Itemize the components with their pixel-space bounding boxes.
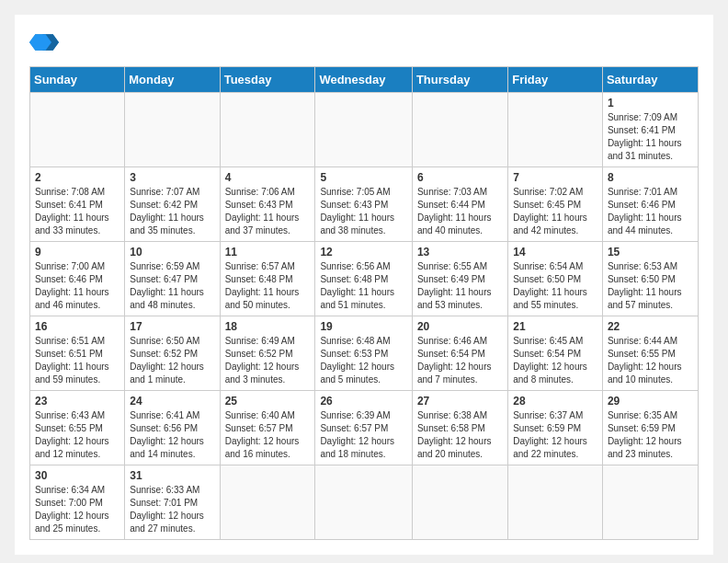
calendar-cell: 21Sunrise: 6:45 AM Sunset: 6:54 PM Dayli… xyxy=(508,316,603,391)
day-info: Sunrise: 7:07 AM Sunset: 6:42 PM Dayligh… xyxy=(130,186,214,237)
day-number: 8 xyxy=(608,171,693,184)
day-info: Sunrise: 6:37 AM Sunset: 6:59 PM Dayligh… xyxy=(513,409,597,461)
calendar-cell xyxy=(220,465,315,540)
week-row-5: 30Sunrise: 6:34 AM Sunset: 7:00 PM Dayli… xyxy=(30,465,699,540)
day-info: Sunrise: 6:45 AM Sunset: 6:54 PM Dayligh… xyxy=(513,335,597,386)
calendar-cell: 31Sunrise: 6:33 AM Sunset: 7:01 PM Dayli… xyxy=(125,465,220,540)
day-info: Sunrise: 6:38 AM Sunset: 6:58 PM Dayligh… xyxy=(417,409,503,461)
calendar-cell: 8Sunrise: 7:01 AM Sunset: 6:46 PM Daylig… xyxy=(602,167,698,242)
day-number: 23 xyxy=(35,395,119,408)
day-info: Sunrise: 6:54 AM Sunset: 6:50 PM Dayligh… xyxy=(513,260,597,312)
day-number: 19 xyxy=(320,320,407,333)
calendar-cell: 18Sunrise: 6:49 AM Sunset: 6:52 PM Dayli… xyxy=(220,316,315,391)
calendar-cell: 28Sunrise: 6:37 AM Sunset: 6:59 PM Dayli… xyxy=(508,391,603,465)
day-info: Sunrise: 6:55 AM Sunset: 6:49 PM Dayligh… xyxy=(417,260,503,312)
day-number: 14 xyxy=(513,246,597,259)
calendar-cell xyxy=(315,465,413,540)
calendar-cell: 26Sunrise: 6:39 AM Sunset: 6:57 PM Dayli… xyxy=(315,391,413,465)
calendar-cell: 16Sunrise: 6:51 AM Sunset: 6:51 PM Dayli… xyxy=(30,316,125,391)
day-info: Sunrise: 7:06 AM Sunset: 6:43 PM Dayligh… xyxy=(225,186,311,237)
calendar-header: SundayMondayTuesdayWednesdayThursdayFrid… xyxy=(30,67,699,93)
logo xyxy=(29,29,64,55)
day-info: Sunrise: 7:01 AM Sunset: 6:46 PM Dayligh… xyxy=(608,186,693,237)
day-info: Sunrise: 7:09 AM Sunset: 6:41 PM Dayligh… xyxy=(608,111,693,163)
day-number: 1 xyxy=(608,97,693,109)
day-number: 12 xyxy=(320,246,407,259)
calendar-cell: 7Sunrise: 7:02 AM Sunset: 6:45 PM Daylig… xyxy=(508,167,603,242)
day-number: 26 xyxy=(320,395,407,408)
calendar-cell: 1Sunrise: 7:09 AM Sunset: 6:41 PM Daylig… xyxy=(602,93,698,167)
day-info: Sunrise: 6:50 AM Sunset: 6:52 PM Dayligh… xyxy=(130,335,214,386)
calendar-cell: 29Sunrise: 6:35 AM Sunset: 6:59 PM Dayli… xyxy=(602,391,698,465)
day-info: Sunrise: 6:40 AM Sunset: 6:57 PM Dayligh… xyxy=(225,409,311,461)
day-number: 11 xyxy=(225,246,311,259)
day-number: 6 xyxy=(417,171,503,184)
weekday-header-wednesday: Wednesday xyxy=(315,67,413,93)
calendar-cell: 24Sunrise: 6:41 AM Sunset: 6:56 PM Dayli… xyxy=(125,391,220,465)
day-info: Sunrise: 7:02 AM Sunset: 6:45 PM Dayligh… xyxy=(513,186,597,237)
calendar-cell: 14Sunrise: 6:54 AM Sunset: 6:50 PM Dayli… xyxy=(508,242,603,316)
calendar-cell: 25Sunrise: 6:40 AM Sunset: 6:57 PM Dayli… xyxy=(220,391,315,465)
calendar-cell: 6Sunrise: 7:03 AM Sunset: 6:44 PM Daylig… xyxy=(412,167,507,242)
day-number: 16 xyxy=(35,320,119,333)
calendar-cell xyxy=(220,93,315,167)
calendar-cell: 11Sunrise: 6:57 AM Sunset: 6:48 PM Dayli… xyxy=(220,242,315,316)
weekday-header-tuesday: Tuesday xyxy=(220,67,315,93)
day-info: Sunrise: 6:41 AM Sunset: 6:56 PM Dayligh… xyxy=(130,409,214,461)
day-number: 29 xyxy=(608,395,693,408)
day-number: 28 xyxy=(513,395,597,408)
calendar-cell: 5Sunrise: 7:05 AM Sunset: 6:43 PM Daylig… xyxy=(315,167,413,242)
day-info: Sunrise: 6:48 AM Sunset: 6:53 PM Dayligh… xyxy=(320,335,407,386)
calendar-table: SundayMondayTuesdayWednesdayThursdayFrid… xyxy=(29,66,699,540)
day-number: 5 xyxy=(320,171,407,184)
calendar-cell xyxy=(315,93,413,167)
calendar-cell xyxy=(125,93,220,167)
logo-icon xyxy=(29,29,59,55)
day-info: Sunrise: 6:57 AM Sunset: 6:48 PM Dayligh… xyxy=(225,260,311,312)
weekday-header-saturday: Saturday xyxy=(602,67,698,93)
day-info: Sunrise: 6:53 AM Sunset: 6:50 PM Dayligh… xyxy=(608,260,693,312)
weekday-header-thursday: Thursday xyxy=(412,67,507,93)
calendar-cell: 4Sunrise: 7:06 AM Sunset: 6:43 PM Daylig… xyxy=(220,167,315,242)
week-row-4: 23Sunrise: 6:43 AM Sunset: 6:55 PM Dayli… xyxy=(30,391,699,465)
day-number: 25 xyxy=(225,395,311,408)
day-number: 27 xyxy=(417,395,503,408)
day-info: Sunrise: 6:46 AM Sunset: 6:54 PM Dayligh… xyxy=(417,335,503,386)
day-number: 22 xyxy=(608,320,693,333)
calendar-container: SundayMondayTuesdayWednesdayThursdayFrid… xyxy=(15,15,713,555)
day-number: 3 xyxy=(130,171,214,184)
week-row-3: 16Sunrise: 6:51 AM Sunset: 6:51 PM Dayli… xyxy=(30,316,699,391)
day-info: Sunrise: 7:00 AM Sunset: 6:46 PM Dayligh… xyxy=(35,260,119,312)
calendar-cell: 17Sunrise: 6:50 AM Sunset: 6:52 PM Dayli… xyxy=(125,316,220,391)
weekday-row: SundayMondayTuesdayWednesdayThursdayFrid… xyxy=(30,67,699,93)
calendar-cell xyxy=(508,465,603,540)
calendar-cell xyxy=(30,93,125,167)
calendar-cell xyxy=(508,93,603,167)
day-number: 2 xyxy=(35,171,119,184)
day-info: Sunrise: 6:56 AM Sunset: 6:48 PM Dayligh… xyxy=(320,260,407,312)
calendar-cell: 13Sunrise: 6:55 AM Sunset: 6:49 PM Dayli… xyxy=(412,242,507,316)
header xyxy=(29,29,699,55)
weekday-header-sunday: Sunday xyxy=(30,67,125,93)
day-info: Sunrise: 6:51 AM Sunset: 6:51 PM Dayligh… xyxy=(35,335,119,386)
day-info: Sunrise: 6:44 AM Sunset: 6:55 PM Dayligh… xyxy=(608,335,693,386)
day-info: Sunrise: 7:08 AM Sunset: 6:41 PM Dayligh… xyxy=(35,186,119,237)
day-info: Sunrise: 6:43 AM Sunset: 6:55 PM Dayligh… xyxy=(35,409,119,461)
calendar-cell: 15Sunrise: 6:53 AM Sunset: 6:50 PM Dayli… xyxy=(602,242,698,316)
day-info: Sunrise: 6:33 AM Sunset: 7:01 PM Dayligh… xyxy=(130,484,214,535)
calendar-cell: 9Sunrise: 7:00 AM Sunset: 6:46 PM Daylig… xyxy=(30,242,125,316)
calendar-cell: 10Sunrise: 6:59 AM Sunset: 6:47 PM Dayli… xyxy=(125,242,220,316)
day-number: 10 xyxy=(130,246,214,259)
calendar-cell: 3Sunrise: 7:07 AM Sunset: 6:42 PM Daylig… xyxy=(125,167,220,242)
day-info: Sunrise: 7:05 AM Sunset: 6:43 PM Dayligh… xyxy=(320,186,407,237)
calendar-cell xyxy=(602,465,698,540)
calendar-cell: 27Sunrise: 6:38 AM Sunset: 6:58 PM Dayli… xyxy=(412,391,507,465)
weekday-header-friday: Friday xyxy=(508,67,603,93)
calendar-cell: 22Sunrise: 6:44 AM Sunset: 6:55 PM Dayli… xyxy=(602,316,698,391)
day-number: 13 xyxy=(417,246,503,259)
day-info: Sunrise: 6:35 AM Sunset: 6:59 PM Dayligh… xyxy=(608,409,693,461)
calendar-cell: 12Sunrise: 6:56 AM Sunset: 6:48 PM Dayli… xyxy=(315,242,413,316)
day-info: Sunrise: 6:59 AM Sunset: 6:47 PM Dayligh… xyxy=(130,260,214,312)
day-number: 15 xyxy=(608,246,693,259)
day-number: 7 xyxy=(513,171,597,184)
